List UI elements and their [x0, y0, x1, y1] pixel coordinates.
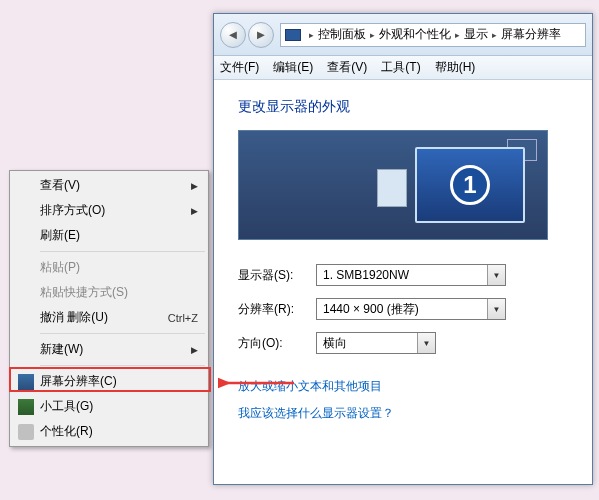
display-select[interactable]: 1. SMB1920NW ▼ [316, 264, 506, 286]
monitor-number: 1 [463, 171, 476, 199]
annotation-arrow [218, 374, 298, 392]
link-which-settings[interactable]: 我应该选择什么显示器设置？ [238, 405, 568, 422]
menu-tools[interactable]: 工具(T) [381, 59, 420, 76]
monitor-icon [18, 374, 34, 390]
forward-button[interactable]: ► [248, 22, 274, 48]
orientation-value: 横向 [323, 335, 347, 352]
submenu-arrow-icon: ▶ [191, 345, 198, 355]
menu-separator [40, 365, 205, 366]
forward-arrow-icon: ► [255, 27, 268, 42]
primary-monitor-thumb[interactable]: 1 [415, 147, 525, 223]
menu-label: 粘贴快捷方式(S) [40, 284, 128, 301]
menu-label: 粘贴(P) [40, 259, 80, 276]
menu-label: 撤消 删除(U) [40, 309, 108, 326]
menu-label: 个性化(R) [40, 423, 93, 440]
orientation-row: 方向(O): 横向 ▼ [238, 332, 568, 354]
menu-help[interactable]: 帮助(H) [435, 59, 476, 76]
menu-paste: 粘贴(P) [12, 255, 206, 280]
menu-new[interactable]: 新建(W) ▶ [12, 337, 206, 362]
breadcrumb-sep-icon: ▸ [370, 30, 375, 40]
window-content: 更改显示器的外观 1 显示器(S): 1. SMB1920NW ▼ 分辨率(R)… [214, 80, 592, 484]
menubar: 文件(F) 编辑(E) 查看(V) 工具(T) 帮助(H) [214, 56, 592, 80]
menu-label: 小工具(G) [40, 398, 93, 415]
dropdown-caret-icon: ▼ [487, 265, 505, 285]
breadcrumb-item[interactable]: 显示 [464, 26, 488, 43]
breadcrumb-item[interactable]: 外观和个性化 [379, 26, 451, 43]
back-button[interactable]: ◄ [220, 22, 246, 48]
orientation-select[interactable]: 横向 ▼ [316, 332, 436, 354]
breadcrumb[interactable]: ▸ 控制面板 ▸ 外观和个性化 ▸ 显示 ▸ 屏幕分辨率 [280, 23, 586, 47]
menu-label: 查看(V) [40, 177, 80, 194]
breadcrumb-sep-icon: ▸ [455, 30, 460, 40]
page-heading: 更改显示器的外观 [238, 98, 568, 116]
resolution-select[interactable]: 1440 × 900 (推荐) ▼ [316, 298, 506, 320]
breadcrumb-sep-icon: ▸ [309, 30, 314, 40]
submenu-arrow-icon: ▶ [191, 181, 198, 191]
dropdown-caret-icon: ▼ [417, 333, 435, 353]
menu-label: 屏幕分辨率(C) [40, 373, 117, 390]
menu-separator [40, 251, 205, 252]
menu-undo-delete[interactable]: 撤消 删除(U) Ctrl+Z [12, 305, 206, 330]
submenu-arrow-icon: ▶ [191, 206, 198, 216]
orientation-label: 方向(O): [238, 335, 316, 352]
gadgets-icon [18, 399, 34, 415]
resolution-label: 分辨率(R): [238, 301, 316, 318]
window-preview-icon [377, 169, 407, 207]
menu-shortcut: Ctrl+Z [168, 312, 198, 324]
menu-view[interactable]: 查看(V) [327, 59, 367, 76]
menu-refresh[interactable]: 刷新(E) [12, 223, 206, 248]
display-row: 显示器(S): 1. SMB1920NW ▼ [238, 264, 568, 286]
breadcrumb-item[interactable]: 控制面板 [318, 26, 366, 43]
menu-label: 刷新(E) [40, 227, 80, 244]
breadcrumb-sep-icon: ▸ [492, 30, 497, 40]
menu-screen-resolution[interactable]: 屏幕分辨率(C) [12, 369, 206, 394]
menu-view[interactable]: 查看(V) ▶ [12, 173, 206, 198]
monitor-number-badge: 1 [450, 165, 490, 205]
display-label: 显示器(S): [238, 267, 316, 284]
menu-paste-shortcut: 粘贴快捷方式(S) [12, 280, 206, 305]
dropdown-caret-icon: ▼ [487, 299, 505, 319]
menu-label: 排序方式(O) [40, 202, 105, 219]
display-settings-window: ◄ ► ▸ 控制面板 ▸ 外观和个性化 ▸ 显示 ▸ 屏幕分辨率 文件(F) 编… [213, 13, 593, 485]
menu-label: 新建(W) [40, 341, 83, 358]
desktop-context-menu: 查看(V) ▶ 排序方式(O) ▶ 刷新(E) 粘贴(P) 粘贴快捷方式(S) … [9, 170, 209, 447]
menu-separator [40, 333, 205, 334]
menu-personalize[interactable]: 个性化(R) [12, 419, 206, 444]
nav-buttons: ◄ ► [220, 22, 274, 48]
monitor-preview-area[interactable]: 1 [238, 130, 548, 240]
menu-file[interactable]: 文件(F) [220, 59, 259, 76]
menu-gadgets[interactable]: 小工具(G) [12, 394, 206, 419]
titlebar: ◄ ► ▸ 控制面板 ▸ 外观和个性化 ▸ 显示 ▸ 屏幕分辨率 [214, 14, 592, 56]
menu-sort[interactable]: 排序方式(O) ▶ [12, 198, 206, 223]
personalize-icon [18, 424, 34, 440]
resolution-row: 分辨率(R): 1440 × 900 (推荐) ▼ [238, 298, 568, 320]
resolution-value: 1440 × 900 (推荐) [323, 301, 419, 318]
menu-edit[interactable]: 编辑(E) [273, 59, 313, 76]
breadcrumb-item[interactable]: 屏幕分辨率 [501, 26, 561, 43]
control-panel-icon [285, 29, 301, 41]
display-value: 1. SMB1920NW [323, 268, 409, 282]
back-arrow-icon: ◄ [227, 27, 240, 42]
